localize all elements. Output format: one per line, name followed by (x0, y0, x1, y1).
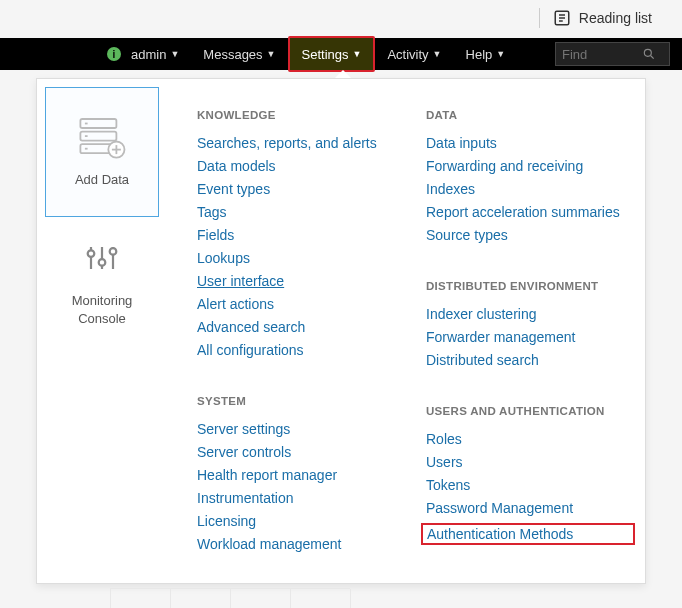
add-data-icon (75, 115, 129, 159)
add-data-label: Add Data (75, 171, 129, 189)
nav-settings-label: Settings (302, 47, 349, 62)
link-server-settings[interactable]: Server settings (197, 421, 406, 437)
nav-help[interactable]: Help ▼ (454, 38, 518, 70)
section-knowledge: KNOWLEDGE (197, 109, 406, 121)
link-searches[interactable]: Searches, reports, and alerts (197, 135, 406, 151)
link-tags[interactable]: Tags (197, 204, 406, 220)
link-data-inputs[interactable]: Data inputs (426, 135, 635, 151)
dropdown-pointer (335, 70, 351, 78)
search-icon (642, 47, 656, 61)
link-alert-actions[interactable]: Alert actions (197, 296, 406, 312)
monitoring-console-icon (75, 236, 129, 280)
chevron-down-icon: ▼ (496, 49, 505, 59)
section-data: DATA (426, 109, 635, 121)
reading-list-icon[interactable] (553, 9, 571, 27)
settings-dropdown: Add Data MonitoringConsole KNOWLEDGE Sea… (36, 78, 646, 584)
reading-list-area: Reading list (539, 8, 652, 28)
section-system: SYSTEM (197, 395, 406, 407)
link-indexes[interactable]: Indexes (426, 181, 635, 197)
col-right: DATA Data inputs Forwarding and receivin… (426, 103, 635, 559)
info-icon: i (107, 47, 121, 61)
svg-point-20 (110, 248, 117, 255)
add-data-card[interactable]: Add Data (45, 87, 159, 217)
search-input[interactable] (562, 47, 642, 62)
link-health-report[interactable]: Health report manager (197, 467, 406, 483)
section-users-auth: USERS AND AUTHENTICATION (426, 405, 635, 417)
link-user-interface[interactable]: User interface (197, 273, 406, 289)
nav-messages-label: Messages (203, 47, 262, 62)
link-instrumentation[interactable]: Instrumentation (197, 490, 406, 506)
link-indexer-clustering[interactable]: Indexer clustering (426, 306, 635, 322)
link-workload[interactable]: Workload management (197, 536, 406, 552)
divider (539, 8, 540, 28)
svg-point-4 (644, 49, 651, 56)
col-left: KNOWLEDGE Searches, reports, and alerts … (197, 103, 406, 559)
link-data-models[interactable]: Data models (197, 158, 406, 174)
link-fwd-recv[interactable]: Forwarding and receiving (426, 158, 635, 174)
chevron-down-icon: ▼ (267, 49, 276, 59)
nav-messages[interactable]: Messages ▼ (191, 38, 287, 70)
search-box[interactable] (555, 42, 670, 66)
nav-activity[interactable]: Activity ▼ (375, 38, 453, 70)
bg-grid (110, 588, 350, 608)
nav-admin-label: admin (131, 47, 166, 62)
link-dist-search[interactable]: Distributed search (426, 352, 635, 368)
chevron-down-icon: ▼ (170, 49, 179, 59)
link-event-types[interactable]: Event types (197, 181, 406, 197)
link-licensing[interactable]: Licensing (197, 513, 406, 529)
link-report-accel[interactable]: Report acceleration summaries (426, 204, 635, 220)
nav-admin[interactable]: i admin ▼ (95, 38, 191, 70)
link-server-controls[interactable]: Server controls (197, 444, 406, 460)
chevron-down-icon: ▼ (353, 49, 362, 59)
chevron-down-icon: ▼ (433, 49, 442, 59)
nav-settings[interactable]: Settings ▼ (288, 36, 376, 72)
link-users[interactable]: Users (426, 454, 635, 470)
svg-point-18 (99, 259, 106, 266)
link-all-config[interactable]: All configurations (197, 342, 406, 358)
link-fields[interactable]: Fields (197, 227, 406, 243)
link-roles[interactable]: Roles (426, 431, 635, 447)
link-advanced-search[interactable]: Advanced search (197, 319, 406, 335)
nav-activity-label: Activity (387, 47, 428, 62)
nav-help-label: Help (466, 47, 493, 62)
section-dist-env: DISTRIBUTED ENVIRONMENT (426, 280, 635, 292)
reading-list-label[interactable]: Reading list (579, 10, 652, 26)
main-navbar: i admin ▼ Messages ▼ Settings ▼ Activity… (0, 38, 682, 70)
link-fwd-mgmt[interactable]: Forwarder management (426, 329, 635, 345)
monitoring-console-card[interactable]: MonitoringConsole (45, 217, 159, 347)
link-lookups[interactable]: Lookups (197, 250, 406, 266)
link-auth-methods[interactable]: Authentication Methods (427, 526, 573, 542)
svg-point-16 (88, 250, 95, 257)
link-tokens[interactable]: Tokens (426, 477, 635, 493)
link-pwd-mgmt[interactable]: Password Management (426, 500, 635, 516)
svg-line-5 (651, 56, 654, 59)
auth-methods-highlight: Authentication Methods (421, 523, 635, 545)
monitoring-console-label: MonitoringConsole (72, 292, 133, 328)
side-cards: Add Data MonitoringConsole (37, 79, 167, 583)
menu-columns: KNOWLEDGE Searches, reports, and alerts … (167, 79, 645, 583)
link-source-types[interactable]: Source types (426, 227, 635, 243)
